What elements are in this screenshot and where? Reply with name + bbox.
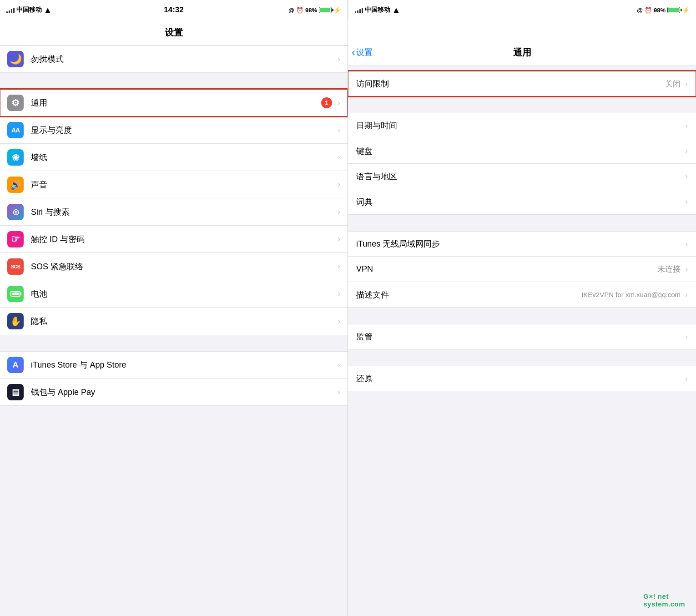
- chevron-icon-6: ›: [338, 234, 340, 244]
- left-at-icon: @: [288, 7, 294, 14]
- do-not-disturb-icon: 🌙: [7, 51, 24, 67]
- left-nav-title: 设置: [165, 26, 183, 39]
- itunes-label: iTunes Store 与 App Store: [31, 359, 336, 370]
- list-item-touchid[interactable]: ☞ 触控 ID 与密码 ›: [0, 226, 348, 253]
- chevron-icon-1: ›: [338, 98, 340, 108]
- right-item-language[interactable]: 语言与地区 ›: [348, 164, 696, 189]
- right-section-restrictions: 访问限制 关闭 ›: [348, 71, 696, 96]
- profile-value: IKEv2VPN for xm.xuan@qq.com: [581, 291, 681, 298]
- signal-bars-right: [355, 7, 363, 13]
- do-not-disturb-label: 勿扰模式: [31, 54, 336, 65]
- right-alarm-icon: ⏰: [645, 7, 652, 14]
- list-item-itunes[interactable]: A iTunes Store 与 App Store ›: [0, 351, 348, 379]
- wallet-icon: ▤: [7, 384, 24, 400]
- chevron-vpn: ›: [685, 264, 688, 274]
- dictionary-label: 词典: [356, 197, 683, 207]
- restrictions-label: 访问限制: [356, 78, 665, 89]
- right-battery-pct: 98%: [654, 7, 666, 14]
- vpn-label: VPN: [356, 264, 657, 274]
- chevron-icon-7: ›: [338, 262, 340, 271]
- right-at-icon: @: [637, 7, 643, 14]
- battery-icon-item: [7, 286, 24, 302]
- list-item-sounds[interactable]: 🔊 声音 ›: [0, 171, 348, 198]
- right-gap-1: [348, 96, 696, 113]
- touchid-label: 触控 ID 与密码: [31, 234, 336, 245]
- section-2: ⚙ 通用 1 › AA 显示与亮度 › ❀ 墙纸 › 🔊 声音: [0, 89, 348, 335]
- chevron-itunes-wifi: ›: [685, 239, 688, 249]
- list-item-siri[interactable]: ◎ Siri 与搜索 ›: [0, 198, 348, 226]
- left-carrier-name: 中国移动: [16, 6, 42, 14]
- back-label: 设置: [356, 47, 373, 58]
- back-chevron-icon: ‹: [352, 46, 355, 59]
- left-battery-group: @ ⏰ 98% ⚡: [288, 6, 341, 14]
- right-item-profile[interactable]: 描述文件 IKEv2VPN for xm.xuan@qq.com ›: [348, 282, 696, 308]
- left-panel: 中国移动 ▲ 14:32 @ ⏰ 98% ⚡ 设置 🌙: [0, 0, 348, 616]
- right-carrier: 中国移动 ▲: [355, 5, 400, 15]
- chevron-icon-4: ›: [338, 180, 340, 189]
- chevron-icon-3: ›: [338, 152, 340, 162]
- section-1: 🌙 勿扰模式 ›: [0, 45, 348, 73]
- supervision-label: 监管: [356, 331, 683, 342]
- right-item-vpn[interactable]: VPN 未连接 ›: [348, 257, 696, 282]
- right-item-keyboard[interactable]: 键盘 ›: [348, 138, 696, 164]
- list-item-display[interactable]: AA 显示与亮度 ›: [0, 116, 348, 144]
- itunes-icon: A: [7, 357, 24, 373]
- right-item-supervision[interactable]: 监管 ›: [348, 324, 696, 349]
- right-item-reset[interactable]: 还原 ›: [348, 366, 696, 391]
- sos-label: SOS 紧急联络: [31, 261, 336, 272]
- right-settings-list: 访问限制 关闭 › 日期与时间 › 键盘 › 语言与地区: [348, 66, 696, 616]
- list-item-sos[interactable]: SOS SOS 紧急联络 ›: [0, 253, 348, 280]
- profile-label: 描述文件: [356, 289, 581, 300]
- chevron-keyboard: ›: [685, 146, 688, 156]
- right-battery-icon: [667, 7, 680, 13]
- chevron-datetime: ›: [685, 121, 688, 131]
- privacy-icon: ✋: [7, 313, 24, 329]
- back-button[interactable]: ‹ 设置: [350, 46, 373, 59]
- general-badge: 1: [321, 97, 332, 108]
- chevron-icon-5: ›: [338, 207, 340, 217]
- keyboard-label: 键盘: [356, 146, 683, 157]
- chevron-dictionary: ›: [685, 197, 688, 207]
- chevron-language: ›: [685, 172, 688, 181]
- list-item-privacy[interactable]: ✋ 隐私 ›: [0, 308, 348, 335]
- section-gap-1: [0, 73, 348, 89]
- right-item-itunes-wifi[interactable]: iTunes 无线局域网同步 ›: [348, 231, 696, 257]
- left-alarm-icon: ⏰: [296, 7, 303, 14]
- chevron-icon-8: ›: [338, 289, 340, 298]
- right-gap-3: [348, 308, 696, 324]
- right-nav-title: 通用: [513, 46, 531, 59]
- signal-bars-left: [6, 7, 15, 13]
- left-nav-bar: 设置: [0, 20, 348, 45]
- chevron-reset: ›: [685, 374, 688, 384]
- right-wifi-icon: ▲: [392, 5, 400, 15]
- sounds-label: 声音: [31, 179, 336, 190]
- chevron-restrictions: ›: [685, 79, 688, 89]
- restrictions-value: 关闭: [665, 79, 681, 89]
- list-item-wallet[interactable]: ▤ 钱包与 Apple Pay ›: [0, 379, 348, 406]
- list-item-wallpaper[interactable]: ❀ 墙纸 ›: [0, 144, 348, 171]
- wallpaper-icon: ❀: [7, 149, 24, 166]
- section-gap-2: [0, 335, 348, 351]
- right-item-datetime[interactable]: 日期与时间 ›: [348, 113, 696, 138]
- section-3: A iTunes Store 与 App Store › ▤ 钱包与 Apple…: [0, 351, 348, 406]
- itunes-wifi-label: iTunes 无线局域网同步: [356, 238, 683, 249]
- left-wifi-icon: ▲: [44, 5, 52, 15]
- right-panel: 中国移动 ▲ 14:33 @ ⏰ 98% ⚡ ‹ 设置 通用: [348, 0, 696, 616]
- right-item-dictionary[interactable]: 词典 ›: [348, 189, 696, 215]
- display-label: 显示与亮度: [31, 125, 336, 136]
- chevron-icon-2: ›: [338, 125, 340, 135]
- right-nav-bar: ‹ 设置 通用: [348, 20, 696, 66]
- left-bolt-icon: ⚡: [333, 6, 341, 14]
- chevron-icon-9: ›: [338, 317, 340, 326]
- privacy-label: 隐私: [31, 316, 336, 327]
- list-item-general[interactable]: ⚙ 通用 1 ›: [0, 89, 348, 116]
- watermark: G×! netsystem.com: [643, 592, 685, 608]
- right-item-restrictions[interactable]: 访问限制 关闭 ›: [348, 71, 696, 96]
- chevron-icon-0: ›: [338, 55, 340, 64]
- chevron-supervision: ›: [685, 332, 688, 342]
- siri-icon: ◎: [7, 204, 24, 220]
- list-item-battery[interactable]: 电池 ›: [0, 280, 348, 308]
- left-carrier: 中国移动 ▲: [6, 5, 52, 15]
- right-battery-group: @ ⏰ 98% ⚡: [637, 6, 690, 14]
- list-item-do-not-disturb[interactable]: 🌙 勿扰模式 ›: [0, 45, 348, 73]
